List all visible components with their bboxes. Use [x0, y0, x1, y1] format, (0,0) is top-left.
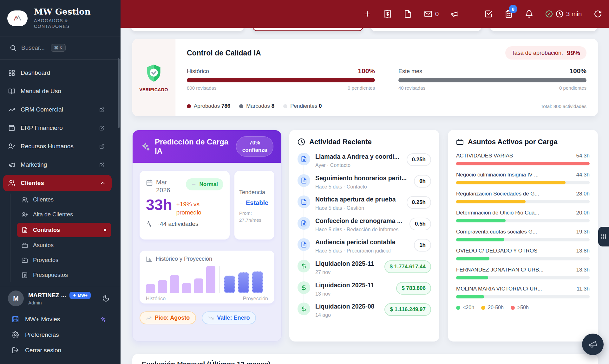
refresh-button[interactable]	[594, 10, 602, 18]
hist-label: Histórico	[146, 296, 166, 302]
workload-row[interactable]: Determinación de Oficio Rio Cua...20,0h	[456, 210, 590, 222]
check-square-button[interactable]	[484, 10, 493, 18]
clock-icon	[298, 138, 305, 146]
workload-row[interactable]: Compraventa cuotas sociales G...19,3h	[456, 229, 590, 241]
moon-icon[interactable]	[102, 295, 110, 302]
activity-row[interactable]: Liquidacion 2025-0814 ago$ 1.116.249,97	[298, 303, 431, 319]
sidebar-subitem-label: Contratos	[33, 227, 60, 233]
approval-rate-badge: Tasa de aprobación:99%	[505, 46, 586, 60]
quality-title: Control de Calidad IA	[187, 49, 261, 57]
file-icon	[404, 10, 412, 18]
mw-logo-icon	[12, 13, 23, 24]
sidebar-item-mw-movies[interactable]: MW+ Movies	[8, 311, 113, 327]
search-shortcut: ⌘ K	[51, 44, 66, 52]
activity-row[interactable]: Notifica apertura de pruebaHace 5 dias ·…	[298, 195, 431, 212]
workload-row[interactable]: FERNANDEZ JONATHAN C/ URB...13,3h	[456, 267, 590, 279]
sidebar-item-clientes[interactable]: Clientes	[3, 175, 112, 191]
trending-down-icon	[208, 315, 214, 321]
activity-meta: Ayer · Contacto	[315, 162, 402, 169]
bell-button[interactable]	[525, 10, 533, 18]
autosave-text: 3 min	[566, 10, 582, 18]
activity-title: Llamada a Andrea y coordi...	[315, 153, 402, 160]
refresh-icon	[594, 10, 602, 18]
peak-badge: Pico: Agosto	[140, 311, 196, 324]
autosave-status: 3 min	[545, 10, 582, 18]
workload-fill	[456, 276, 488, 279]
receipt-icon	[22, 272, 28, 278]
user-card[interactable]: M MARTINEZ ... ✦MW+ Admin	[8, 291, 113, 306]
sidebar-item-cerrar-sesion[interactable]: Cerrar sesion	[8, 342, 113, 358]
progress-bar	[187, 78, 375, 82]
sidebar-subitem-alta-de-clientes[interactable]: Alta de Clientes	[0, 207, 121, 222]
activity-row[interactable]: Audiencia pericial contableHace 5 dias ·…	[298, 238, 431, 254]
briefcase-icon	[22, 242, 28, 249]
proj-label: Proyección	[243, 296, 268, 302]
sidebar-item-dashboard[interactable]: Dashboard	[0, 64, 121, 82]
sidebar-item-erp-financiero[interactable]: ERP Financiero	[0, 119, 121, 137]
sidebar-item-recursos-humanos[interactable]: Recursos Humanos	[0, 137, 121, 156]
receipt-button[interactable]	[383, 10, 392, 18]
matter-name: Compraventa cuotas sociales G...	[456, 229, 537, 235]
trend-value: Estable	[246, 199, 268, 207]
megaphone-button[interactable]	[451, 10, 459, 18]
activity-meta: Hace 5 dias · Gestión	[315, 205, 402, 212]
sidebar-footer-label: Cerrar sesion	[25, 347, 61, 354]
activity-row[interactable]: Liquidacion 2025-1127 nov$ 1.774.617,44	[298, 260, 431, 276]
legend-label: Pendientes 0	[290, 103, 322, 109]
activity-row[interactable]: Confeccion de cronograma ...Hace 5 dias …	[298, 217, 431, 233]
film-icon	[12, 316, 19, 323]
announcement-fab[interactable]	[582, 334, 604, 355]
sidebar-subitem-proyectos[interactable]: Proyectos	[0, 253, 121, 268]
quality-total: Total: 800 actividades	[541, 104, 586, 109]
log-out-icon	[12, 347, 19, 354]
activity-meta: 27 nov	[315, 269, 379, 276]
dollar-icon	[298, 281, 310, 294]
workload-row[interactable]: Regularización Sociedades de G...28,0h	[456, 191, 590, 203]
activity-row[interactable]: Liquidacion 2025-1113 nov$ 783.806	[298, 281, 431, 297]
sidebar-subitem-presupuestos[interactable]: Presupuestos	[0, 268, 121, 283]
chevron-up-icon[interactable]	[100, 180, 106, 186]
clipboard-list-button[interactable]: 8	[505, 10, 513, 18]
sidebar-subitem-clientes[interactable]: Clientes	[0, 192, 121, 207]
brand-logo[interactable]	[7, 10, 28, 26]
duration-badge: 0.25h	[407, 196, 431, 209]
workload-row[interactable]: ACTIVIDADES VARIAS54,3h	[456, 153, 590, 165]
sidebar-item-manual-de-uso[interactable]: Manual de Uso	[0, 82, 121, 100]
sidebar-item-preferencias[interactable]: Preferencias	[8, 327, 113, 342]
activity-row[interactable]: Llamada a Andrea y coordi...Ayer · Conta…	[298, 153, 431, 169]
legend-item-marcadas: Marcadas 8	[239, 103, 274, 109]
average-label: Prom:	[239, 210, 252, 216]
workload-row[interactable]: MOLINA MARIA VICTORIA C/ UR...11,3h	[456, 286, 590, 298]
sidebar-subitem-asuntos[interactable]: Asuntos	[0, 238, 121, 253]
sidebar-scrollbar[interactable]	[118, 58, 120, 128]
quality-col-percent: 100%	[569, 67, 586, 75]
sidebar-item-crm-comercial[interactable]: CRM Comercial	[0, 100, 121, 119]
brand-header: MW Gestion ABOGADOS & CONTADORES	[0, 0, 121, 36]
legend-item-20h: <20h	[456, 305, 474, 310]
megaphone-icon	[587, 339, 598, 349]
sidebar-item-marketing[interactable]: Marketing	[0, 156, 121, 174]
search-input[interactable]: Buscar... ⌘ K	[0, 36, 121, 60]
sidebar-item-label: Clientes	[21, 180, 44, 187]
hist-bar	[146, 284, 155, 293]
side-panel-toggle[interactable]	[598, 227, 609, 246]
prediction-month: Mar 2026	[156, 178, 175, 194]
quality-col-label: Este mes	[398, 68, 422, 75]
plus-button[interactable]	[363, 10, 371, 18]
sparkles-icon: ✦	[73, 293, 76, 298]
legend-item-aprobadas: Aprobadas 786	[187, 103, 230, 109]
duration-badge: 0.5h	[409, 218, 431, 230]
mail-button[interactable]: 0	[424, 10, 439, 18]
activity-row[interactable]: Seguimiento honorarios perit...Hace 5 di…	[298, 174, 431, 190]
activity-meta: Hace 5 dias · Procuración judicial	[315, 247, 409, 254]
trending-up-icon	[8, 106, 15, 113]
quality-col-label: Histórico	[187, 68, 209, 75]
sidebar-subnav: ClientesAlta de ClientesContratosAsuntos…	[0, 192, 121, 283]
file-button[interactable]	[404, 10, 412, 18]
sidebar-item-label: Manual de Uso	[21, 88, 61, 95]
workload-row[interactable]: Negocio culminación Insignia IV ...44,3h	[456, 172, 590, 184]
sidebar-subitem-contratos[interactable]: Contratos	[17, 223, 111, 237]
activity-title: Confeccion de cronograma ...	[315, 217, 404, 225]
dollar-icon	[298, 260, 310, 272]
workload-row[interactable]: OVIEDO C/ DELGADO Y OTROS13,8h	[456, 248, 590, 260]
